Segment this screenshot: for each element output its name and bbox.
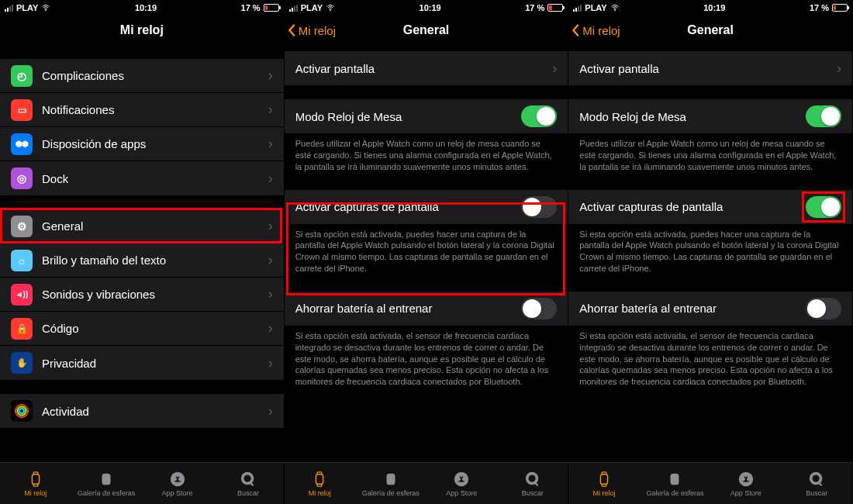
clock-label: 10:19 <box>420 3 441 12</box>
tab-buscar[interactable]: Buscar <box>497 463 568 504</box>
toggle-bateria[interactable] <box>806 298 841 319</box>
battery-pct: 17 % <box>241 3 261 12</box>
row-disposicion[interactable]: ⬢⬢Disposición de apps› <box>0 127 284 161</box>
lock-icon: 🔒 <box>11 318 33 340</box>
search-icon <box>240 471 257 488</box>
appstore-icon <box>453 471 470 488</box>
page-title: General <box>403 23 450 37</box>
row-bateria[interactable]: Ahorrar batería al entrenar <box>568 292 852 326</box>
row-complicaciones[interactable]: ◴Complicaciones› <box>0 59 284 93</box>
toggle-capturas[interactable] <box>521 196 557 218</box>
toggle-bateria[interactable] <box>521 298 557 319</box>
back-label: Mi reloj <box>299 24 336 37</box>
row-label: Modo Reloj de Mesa <box>295 110 522 123</box>
chevron-right-icon: › <box>268 403 273 419</box>
tab-label: Mi reloj <box>593 489 616 497</box>
row-label: Brillo y tamaño del texto <box>42 254 264 267</box>
nav-header: Mi reloj <box>0 16 284 45</box>
chevron-right-icon: › <box>268 252 273 268</box>
tab-label: Buscar <box>522 489 544 497</box>
row-modo-mesa[interactable]: Modo Reloj de Mesa <box>568 99 852 133</box>
chevron-right-icon: › <box>552 60 557 77</box>
row-label: Disposición de apps <box>42 137 264 150</box>
row-label: Complicaciones <box>42 69 264 82</box>
note-modo-mesa: Puedes utilizar el Apple Watch como un r… <box>285 133 568 176</box>
row-sonidos[interactable]: ◄))Sonidos y vibraciones› <box>0 278 284 312</box>
back-button[interactable]: Mi reloj <box>288 16 336 45</box>
chevron-right-icon: › <box>268 171 273 187</box>
tab-galeria[interactable]: Galería de esferas <box>640 463 710 504</box>
tab-label: Galería de esferas <box>78 489 135 497</box>
appstore-icon <box>169 471 186 488</box>
tab-mireloj[interactable]: Mi reloj <box>0 463 71 504</box>
dock-icon: ◎ <box>11 167 33 189</box>
back-button[interactable]: Mi reloj <box>572 16 620 45</box>
svg-point-28 <box>813 475 820 482</box>
toggle-capturas[interactable] <box>806 196 841 218</box>
general-list[interactable]: Activar pantalla› Modo Reloj de Mesa Pue… <box>285 45 568 462</box>
row-label: Actividad <box>42 405 264 418</box>
svg-point-21 <box>614 10 615 11</box>
row-label: Activar pantalla <box>295 62 548 75</box>
row-activar-pantalla[interactable]: Activar pantalla› <box>285 51 568 85</box>
complications-icon: ◴ <box>11 65 33 87</box>
page-title: General <box>687 23 734 37</box>
row-capturas[interactable]: Activar capturas de pantalla <box>568 190 852 224</box>
row-notificaciones[interactable]: ▭Notificaciones› <box>0 93 284 127</box>
general-list[interactable]: Activar pantalla› Modo Reloj de Mesa Pue… <box>568 45 852 462</box>
row-label: Modo Reloj de Mesa <box>579 110 806 123</box>
battery-pct: 17 % <box>525 3 544 12</box>
signal-icon <box>289 5 298 12</box>
back-label: Mi reloj <box>582 24 620 37</box>
wifi-icon <box>326 3 335 12</box>
wifi-icon <box>41 3 50 12</box>
svg-point-0 <box>46 10 47 11</box>
tab-mireloj[interactable]: Mi reloj <box>285 463 355 504</box>
svg-point-12 <box>330 10 330 11</box>
row-label: Ahorrar batería al entrenar <box>295 302 522 315</box>
row-modo-mesa[interactable]: Modo Reloj de Mesa <box>285 99 568 133</box>
tab-label: Galería de esferas <box>362 489 420 497</box>
row-actividad[interactable]: Actividad› <box>0 394 284 428</box>
battery-icon <box>832 4 848 12</box>
row-label: Activar pantalla <box>579 62 832 75</box>
status-bar: PLAY 10:19 17 % <box>285 0 568 16</box>
watch-icon <box>27 471 44 488</box>
nav-header: Mi reloj General <box>568 16 852 45</box>
row-brillo[interactable]: ☼Brillo y tamaño del texto› <box>0 243 284 278</box>
row-general[interactable]: ⚙General› <box>0 209 284 243</box>
row-bateria[interactable]: Ahorrar batería al entrenar <box>285 292 568 326</box>
tab-buscar[interactable]: Buscar <box>782 463 852 504</box>
row-privacidad[interactable]: ✋Privacidad› <box>0 346 284 380</box>
row-dock[interactable]: ◎Dock› <box>0 161 284 195</box>
toggle-modo-mesa[interactable] <box>521 105 557 127</box>
app-layout-icon: ⬢⬢ <box>11 133 33 155</box>
tab-appstore[interactable]: App Store <box>142 463 212 504</box>
toggle-modo-mesa[interactable] <box>806 105 841 127</box>
page-title: Mi reloj <box>120 23 164 37</box>
svg-rect-25 <box>671 473 679 485</box>
row-capturas[interactable]: Activar capturas de pantalla <box>285 190 568 224</box>
chevron-right-icon: › <box>268 218 273 234</box>
tab-appstore[interactable]: App Store <box>427 463 497 504</box>
tab-bar: Mi reloj Galería de esferas App Store Bu… <box>285 462 568 504</box>
nav-header: Mi reloj General <box>285 16 568 45</box>
tab-mireloj[interactable]: Mi reloj <box>568 463 639 504</box>
wifi-icon <box>610 3 620 12</box>
tab-appstore[interactable]: App Store <box>710 463 781 504</box>
settings-list[interactable]: ◴Complicaciones› ▭Notificaciones› ⬢⬢Disp… <box>0 45 284 462</box>
row-activar-pantalla[interactable]: Activar pantalla› <box>568 51 852 85</box>
screen-general-on: PLAY 10:19 17 % Mi reloj General Activar… <box>568 0 853 504</box>
battery-pct: 17 % <box>810 3 829 12</box>
carrier-label: PLAY <box>585 3 606 12</box>
tab-buscar[interactable]: Buscar <box>212 463 283 504</box>
brightness-icon: ☼ <box>11 250 33 271</box>
tab-galeria[interactable]: Galería de esferas <box>355 463 426 504</box>
search-icon <box>524 471 541 488</box>
privacy-icon: ✋ <box>11 352 33 374</box>
watch-icon <box>311 471 328 488</box>
note-bateria: Si esta opción está activada, el sensor … <box>285 326 568 391</box>
tab-galeria[interactable]: Galería de esferas <box>71 463 141 504</box>
row-codigo[interactable]: 🔒Código› <box>0 312 284 346</box>
screen-my-watch: PLAY 10:19 17 % Mi reloj ◴Complicaciones… <box>0 0 285 504</box>
